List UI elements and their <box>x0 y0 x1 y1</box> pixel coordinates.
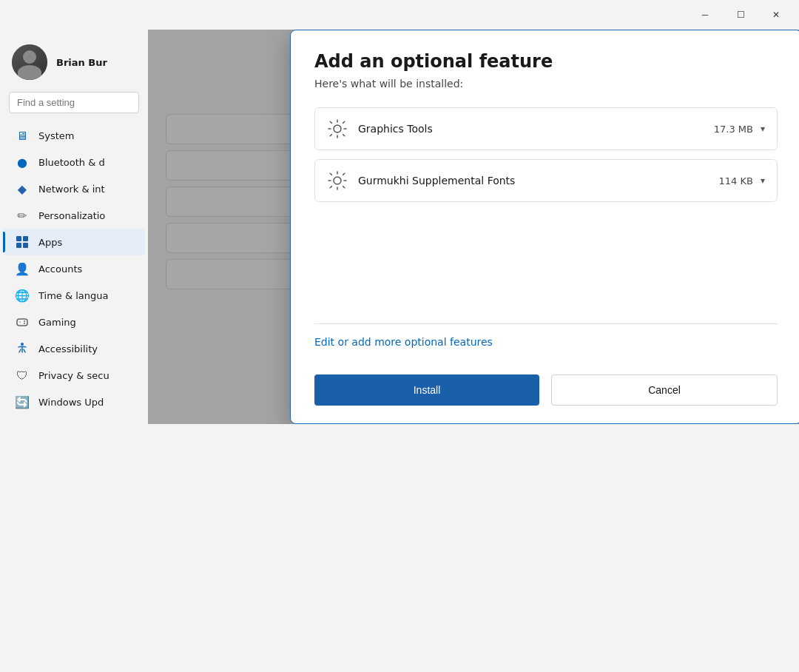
apps-icon <box>15 235 30 249</box>
close-button[interactable]: ✕ <box>759 3 793 27</box>
bluetooth-icon: ● <box>15 155 30 169</box>
feature-option-left: Gurmukhi Supplemental Fonts <box>327 170 515 191</box>
feature-right: 17.3 MB ▾ <box>714 124 765 135</box>
windows-update-icon: 🔄 <box>15 394 30 409</box>
sidebar-item-label: Time & langua <box>38 290 109 301</box>
svg-rect-2 <box>16 243 21 248</box>
dialog-body: Add an optional feature Here's what will… <box>291 30 799 317</box>
sidebar-item-windows[interactable]: 🔄 Windows Upd <box>3 389 145 415</box>
dialog-divider <box>314 323 778 324</box>
accounts-icon: 👤 <box>15 261 30 276</box>
svg-point-7 <box>24 323 25 324</box>
feature-option-gurmukhi-fonts[interactable]: Gurmukhi Supplemental Fonts 114 KB ▾ <box>314 159 778 202</box>
privacy-icon: 🛡 <box>15 368 30 383</box>
gear-icon <box>327 170 348 191</box>
personalization-icon: ✏ <box>15 208 30 223</box>
window-controls: ─ ☐ ✕ <box>688 3 793 27</box>
sidebar-item-label: Personalizatio <box>38 210 105 221</box>
sidebar-item-label: Apps <box>38 237 62 248</box>
feature-name-fonts: Gurmukhi Supplemental Fonts <box>358 175 515 187</box>
content-area: Brian Bur 🖥 System ● Bluetooth & d ◆ Net… <box>0 30 799 424</box>
sidebar-item-accounts[interactable]: 👤 Accounts <box>3 255 145 282</box>
user-profile[interactable]: Brian Bur <box>0 38 148 92</box>
sidebar-item-bluetooth[interactable]: ● Bluetooth & d <box>3 149 145 175</box>
main-content: View features See history Sort by: Name … <box>148 30 799 424</box>
sidebar-item-label: Gaming <box>38 317 76 328</box>
sidebar-item-label: Accessibility <box>38 343 98 355</box>
sidebar-item-system[interactable]: 🖥 System <box>3 122 145 149</box>
maximize-button[interactable]: ☐ <box>724 3 758 27</box>
feature-size-fonts: 114 KB <box>719 175 753 187</box>
dialog-footer: Install Cancel <box>291 363 799 423</box>
sidebar-item-label: System <box>38 130 74 141</box>
svg-rect-0 <box>16 236 21 241</box>
add-optional-feature-dialog: Add an optional feature Here's what will… <box>290 30 799 424</box>
feature-name-graphics: Graphics Tools <box>358 123 433 135</box>
sidebar-item-gaming[interactable]: Gaming <box>3 309 145 335</box>
install-button[interactable]: Install <box>314 374 539 406</box>
titlebar: ─ ☐ ✕ <box>0 0 799 30</box>
sidebar-item-label: Network & int <box>38 184 105 195</box>
edit-optional-features-link[interactable]: Edit or add more optional features <box>291 336 799 363</box>
feature-option-graphics-tools[interactable]: Graphics Tools 17.3 MB ▾ <box>314 107 778 150</box>
svg-rect-3 <box>23 243 28 248</box>
gear-icon <box>327 118 348 139</box>
sidebar-item-network[interactable]: ◆ Network & int <box>3 175 145 202</box>
svg-point-6 <box>24 320 25 322</box>
sidebar-item-label: Windows Upd <box>38 397 104 408</box>
search-input[interactable] <box>9 92 139 113</box>
chevron-down-icon: ▾ <box>761 175 765 186</box>
sidebar-item-accessibility[interactable]: Accessibility <box>3 335 145 362</box>
sidebar-item-time[interactable]: 🌐 Time & langua <box>3 282 145 309</box>
dialog-subtitle: Here's what will be installed: <box>314 78 778 90</box>
avatar-image <box>12 44 47 80</box>
time-icon: 🌐 <box>15 288 30 303</box>
sidebar-item-label: Bluetooth & d <box>38 157 105 168</box>
svg-rect-4 <box>17 319 27 326</box>
system-icon: 🖥 <box>15 128 30 143</box>
feature-option-left: Graphics Tools <box>327 118 433 139</box>
accessibility-icon <box>15 341 30 356</box>
sidebar: Brian Bur 🖥 System ● Bluetooth & d ◆ Net… <box>0 30 148 424</box>
sidebar-item-privacy[interactable]: 🛡 Privacy & secu <box>3 362 145 389</box>
svg-rect-1 <box>23 236 28 241</box>
cancel-button[interactable]: Cancel <box>551 374 778 406</box>
sidebar-item-label: Accounts <box>38 263 82 275</box>
feature-size-graphics: 17.3 MB <box>714 124 753 135</box>
sidebar-item-label: Privacy & secu <box>38 370 109 381</box>
dialog-title: Add an optional feature <box>314 51 778 72</box>
sidebar-item-apps[interactable]: Apps <box>3 229 145 255</box>
gaming-icon <box>15 315 30 329</box>
user-name: Brian Bur <box>56 57 107 68</box>
svg-point-8 <box>21 343 24 346</box>
avatar <box>12 44 47 80</box>
chevron-down-icon: ▾ <box>761 124 765 134</box>
feature-right: 114 KB ▾ <box>719 175 765 187</box>
minimize-button[interactable]: ─ <box>688 3 722 27</box>
sidebar-item-personalization[interactable]: ✏ Personalizatio <box>3 202 145 229</box>
network-icon: ◆ <box>15 181 30 196</box>
